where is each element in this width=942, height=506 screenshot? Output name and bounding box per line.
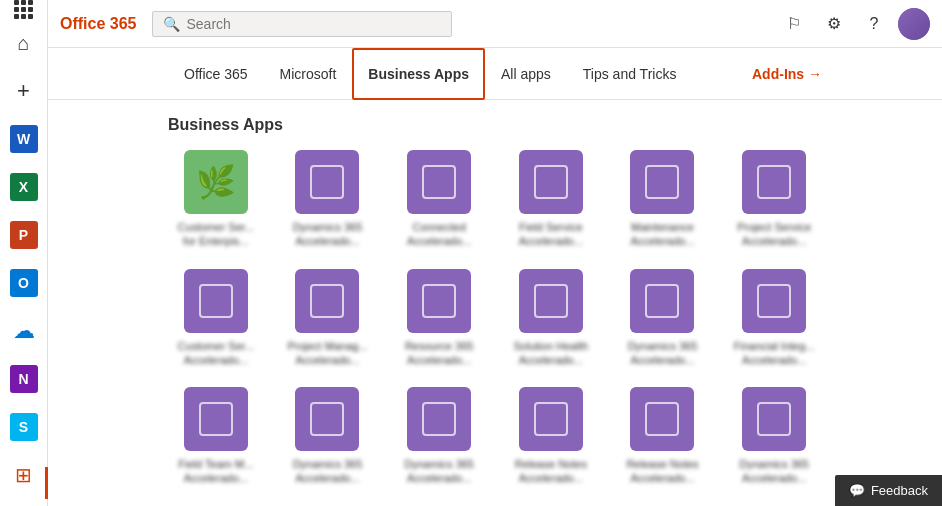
topbar-actions: ⚐ ⚙ ?	[778, 8, 930, 40]
app-tile[interactable]: Release Notes Accelerado...	[615, 387, 711, 486]
help-icon: ?	[870, 15, 879, 33]
app-tile-icon	[519, 387, 583, 451]
app-tile-name: Project Manag... Accelerado...	[282, 339, 372, 368]
tab-all-apps[interactable]: All apps	[485, 48, 567, 100]
sidebar-item-allapps[interactable]: ⊞	[0, 451, 48, 499]
app-tile-name: Customer Ser... Accelerado...	[171, 339, 261, 368]
app-tile-icon: 🌿	[184, 150, 248, 214]
app-tile-name: Maintenance Accelerado...	[617, 220, 707, 249]
app-tile-icon	[407, 269, 471, 333]
avatar[interactable]	[898, 8, 930, 40]
app-tile-icon	[630, 387, 694, 451]
sidebar-bottom: ⊞	[0, 451, 48, 506]
app-tile[interactable]: 🌿Customer Ser... for Enterpis...	[168, 150, 264, 249]
app-tile-icon	[295, 387, 359, 451]
section-title: Business Apps	[168, 116, 822, 134]
tab-business-apps[interactable]: Business Apps	[352, 48, 485, 100]
gear-icon: ⚙	[827, 14, 841, 33]
app-tile-name: Field Service Accelerado...	[506, 220, 596, 249]
allapps-icon: ⊞	[15, 463, 32, 487]
app-tile[interactable]: Project Service Accelerado...	[726, 150, 822, 249]
app-tile-name: Release Notes Accelerado...	[617, 457, 707, 486]
waffle-button[interactable]	[0, 0, 48, 19]
app-tile[interactable]: Dynamics 365 Accelerado...	[280, 150, 376, 249]
search-box[interactable]: 🔍	[152, 11, 452, 37]
app-tile-icon	[742, 150, 806, 214]
feedback-icon: 💬	[849, 483, 865, 498]
sidebar-item-excel[interactable]: X	[0, 163, 48, 211]
app-tile-icon	[184, 269, 248, 333]
sidebar-item-onenote[interactable]: N	[0, 355, 48, 403]
sidebar-item-home[interactable]: ⌂	[0, 19, 48, 67]
app-tile-name: Connected Accelerado...	[394, 220, 484, 249]
feedback-button[interactable]: 💬 Feedback	[835, 475, 942, 506]
app-tile[interactable]: Resource 365 Accelerado...	[391, 269, 487, 368]
app-tile[interactable]: Dynamics 365 Accelerado...	[391, 387, 487, 486]
tab-tips[interactable]: Tips and Tricks	[567, 48, 693, 100]
app-tile-name: Resource 365 Accelerado...	[394, 339, 484, 368]
help-button[interactable]: ?	[858, 8, 890, 40]
home-icon: ⌂	[17, 32, 29, 55]
app-tile-icon	[295, 269, 359, 333]
outlook-icon: O	[10, 269, 38, 297]
app-tile-name: Dynamics 365 Accelerado...	[394, 457, 484, 486]
main-content: Office 365 🔍 ⚐ ⚙ ? Office 365 Microsoft	[48, 0, 942, 506]
app-tile-name: Release Notes Accelerado...	[506, 457, 596, 486]
app-tile-name: Dynamics 365 Accelerado...	[282, 220, 372, 249]
sidebar-item-new[interactable]: +	[0, 67, 48, 115]
sidebar-item-sharepoint[interactable]: S	[0, 403, 48, 451]
app-tile[interactable]: Dynamics 365 Accelerado...	[615, 269, 711, 368]
nav-tabs: Office 365 Microsoft Business Apps All a…	[48, 48, 942, 100]
app-tile-icon	[630, 269, 694, 333]
flag-icon: ⚐	[787, 14, 801, 33]
apps-grid: 🌿Customer Ser... for Enterpis...Dynamics…	[168, 150, 822, 506]
app-tile[interactable]: Dynamics 365 Accelerado...	[726, 387, 822, 486]
app-tile-name: Dynamics 365 Accelerado...	[282, 457, 372, 486]
sidebar-item-outlook[interactable]: O	[0, 259, 48, 307]
app-tile[interactable]: Maintenance Accelerado...	[615, 150, 711, 249]
app-tile[interactable]: Connected Accelerado...	[391, 150, 487, 249]
app-tile-icon	[742, 269, 806, 333]
sidebar-item-word[interactable]: W	[0, 115, 48, 163]
sidebar-item-onedrive[interactable]: ☁	[0, 307, 48, 355]
waffle-icon	[14, 0, 33, 19]
app-tile-name: Project Service Accelerado...	[729, 220, 819, 249]
tab-office365[interactable]: Office 365	[168, 48, 264, 100]
app-tile-name: Solution Health Accelerado...	[506, 339, 596, 368]
app-tile[interactable]: Solution Health Accelerado...	[503, 269, 599, 368]
app-tile-name: Dynamics 365 Accelerado...	[617, 339, 707, 368]
app-tile-icon	[519, 150, 583, 214]
app-tile-icon	[630, 150, 694, 214]
word-icon: W	[10, 125, 38, 153]
app-tile[interactable]: Financial Integ... Accelerado...	[726, 269, 822, 368]
search-icon: 🔍	[163, 16, 180, 32]
app-tile-icon	[742, 387, 806, 451]
sidebar-nav: ⌂ + W X P O ☁ N S	[0, 19, 47, 451]
powerpoint-icon: P	[10, 221, 38, 249]
app-tile-icon	[295, 150, 359, 214]
flag-button[interactable]: ⚐	[778, 8, 810, 40]
app-tile[interactable]: Project Manag... Accelerado...	[280, 269, 376, 368]
app-tile[interactable]: Dynamics 365 Accelerado...	[280, 387, 376, 486]
sidebar-item-powerpoint[interactable]: P	[0, 211, 48, 259]
app-tile-name: Dynamics 365 Accelerado...	[729, 457, 819, 486]
content-area: Business Apps 🌿Customer Ser... for Enter…	[48, 100, 942, 506]
settings-button[interactable]: ⚙	[818, 8, 850, 40]
sidebar: ⌂ + W X P O ☁ N S ⊞	[0, 0, 48, 506]
app-tile[interactable]: Field Team M... Accelerado...	[168, 387, 264, 486]
addins-link[interactable]: Add-Ins →	[752, 66, 822, 82]
app-tile[interactable]: Release Notes Accelerado...	[503, 387, 599, 486]
app-tile[interactable]: Customer Ser... Accelerado...	[168, 269, 264, 368]
tab-microsoft[interactable]: Microsoft	[264, 48, 353, 100]
topbar: Office 365 🔍 ⚐ ⚙ ?	[48, 0, 942, 48]
app-tile-name: Customer Ser... for Enterpis...	[171, 220, 261, 249]
app-tile-name: Financial Integ... Accelerado...	[729, 339, 819, 368]
search-input[interactable]	[186, 16, 441, 32]
app-tile-icon	[519, 269, 583, 333]
app-tile-icon	[407, 150, 471, 214]
app-tile-icon	[184, 387, 248, 451]
sharepoint-icon: S	[10, 413, 38, 441]
app-tile-name: Field Team M... Accelerado...	[171, 457, 261, 486]
app-tile[interactable]: Field Service Accelerado...	[503, 150, 599, 249]
app-title: Office 365	[60, 15, 136, 33]
